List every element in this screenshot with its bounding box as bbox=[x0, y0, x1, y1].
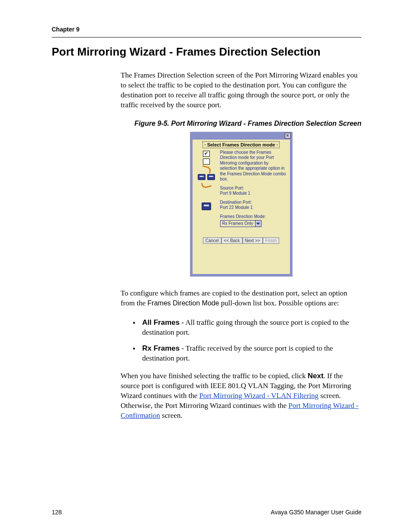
finish-button: Finish bbox=[263, 237, 280, 244]
frames-direction-mode-select[interactable]: Rx Frames Only bbox=[220, 220, 262, 227]
options-list: All Frames - All traffic going through t… bbox=[133, 318, 361, 364]
section-title: Port Mirroring Wizard - Frames Direction… bbox=[52, 45, 361, 59]
page-number: 128 bbox=[52, 509, 62, 516]
checkbox-checked-icon: ✔ bbox=[203, 151, 210, 157]
frames-direction-mode-label: Frames Direction Mode: bbox=[220, 214, 286, 220]
header-rule bbox=[52, 37, 361, 37]
arrow-icon bbox=[201, 165, 212, 173]
checkbox-unchecked-icon bbox=[203, 159, 210, 165]
cancel-button[interactable]: Cancel bbox=[203, 237, 221, 244]
wizard-graphic-panel: ✔ bbox=[196, 150, 217, 231]
list-item: Rx Frames - Traffic received by the sour… bbox=[133, 344, 361, 364]
option-name: Rx Frames bbox=[142, 344, 180, 352]
option-name: All Frames bbox=[142, 318, 180, 327]
vlan-filtering-link[interactable]: Port Mirroring Wizard - VLAN Filtering bbox=[199, 392, 318, 400]
figure-image: × · Select Frames Direction mode · ✔ bbox=[121, 132, 361, 277]
source-port-label: Source Port: bbox=[220, 186, 286, 191]
arrow-icon bbox=[201, 180, 212, 189]
wizard-heading: · Select Frames Direction mode · bbox=[196, 142, 286, 147]
post-figure-paragraph: To configure which frames are copied to … bbox=[121, 289, 361, 308]
destination-port-value: Port 22 Module 1 bbox=[220, 205, 286, 211]
chevron-down-icon bbox=[255, 221, 261, 227]
back-button[interactable]: << Back bbox=[221, 237, 243, 244]
figure-caption: Figure 9-5. Port Mirroring Wizard - Fram… bbox=[121, 120, 361, 128]
doc-title-footer: Avaya G350 Manager User Guide bbox=[271, 509, 361, 516]
wizard-instruction: Please choose the Frames Direction mode … bbox=[220, 150, 286, 182]
destination-port-label: Destination Port: bbox=[220, 200, 286, 205]
wizard-button-bar: Cancel << Back Next >> Finish bbox=[196, 235, 286, 254]
closing-paragraph: When you have finished selecting the tra… bbox=[121, 371, 361, 421]
port-icon bbox=[198, 174, 206, 180]
intro-paragraph: The Frames Direction Selection screen of… bbox=[121, 71, 361, 110]
port-icon bbox=[207, 174, 215, 180]
source-port-value: Port 9 Module 1 bbox=[220, 191, 286, 196]
next-button[interactable]: Next >> bbox=[243, 237, 263, 244]
close-icon[interactable]: × bbox=[285, 133, 291, 139]
port-icon bbox=[202, 202, 211, 210]
frames-direction-mode-value: Rx Frames Only bbox=[221, 221, 255, 227]
ui-term: Frames Direction Mode bbox=[147, 299, 219, 307]
running-header: Chapter 9 bbox=[52, 26, 361, 33]
list-item: All Frames - All traffic going through t… bbox=[133, 318, 361, 338]
wizard-dialog: × · Select Frames Direction mode · ✔ bbox=[190, 132, 293, 277]
